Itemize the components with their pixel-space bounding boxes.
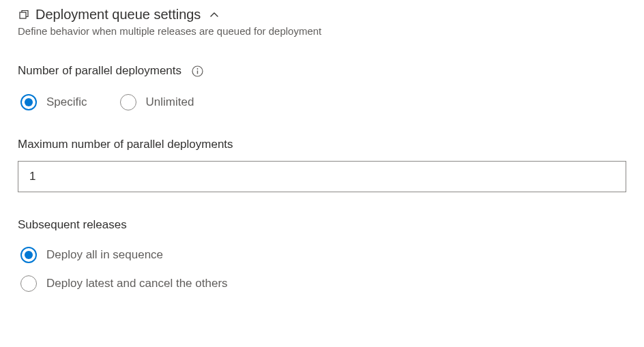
section-subtitle: Define behavior when multiple releases a… [18, 25, 626, 37]
info-icon[interactable] [191, 65, 203, 77]
parallel-deployments-label-row: Number of parallel deployments [18, 64, 626, 78]
max-parallel-field: Maximum number of parallel deployments [18, 138, 626, 192]
radio-dot [25, 98, 33, 106]
radio-unlimited-label: Unlimited [146, 95, 194, 109]
max-parallel-input[interactable] [18, 161, 626, 192]
subsequent-releases-label: Subsequent releases [18, 218, 626, 232]
subsequent-releases-radio-group: Deploy all in sequence Deploy latest and… [20, 247, 626, 292]
radio-circle [20, 275, 37, 292]
radio-deploy-sequence-label: Deploy all in sequence [46, 248, 163, 262]
radio-dot [25, 251, 33, 259]
radio-circle [20, 247, 37, 263]
max-parallel-label: Maximum number of parallel deployments [18, 138, 626, 151]
section-header[interactable]: Deployment queue settings [18, 7, 626, 22]
parallel-deployments-radio-group: Specific Unlimited [20, 94, 626, 110]
radio-circle [120, 94, 136, 110]
parallel-deployments-label: Number of parallel deployments [18, 64, 181, 78]
radio-deploy-sequence[interactable]: Deploy all in sequence [20, 247, 626, 263]
chevron-up-icon[interactable] [209, 10, 220, 20]
copy-icon [18, 9, 30, 21]
radio-deploy-latest[interactable]: Deploy latest and cancel the others [20, 275, 626, 292]
radio-deploy-latest-label: Deploy latest and cancel the others [46, 277, 228, 290]
radio-specific[interactable]: Specific [20, 94, 87, 110]
radio-specific-label: Specific [46, 95, 87, 109]
svg-point-2 [196, 68, 198, 70]
radio-circle [20, 94, 37, 110]
svg-rect-0 [20, 12, 26, 18]
section-title: Deployment queue settings [35, 7, 201, 22]
radio-unlimited[interactable]: Unlimited [120, 94, 194, 110]
